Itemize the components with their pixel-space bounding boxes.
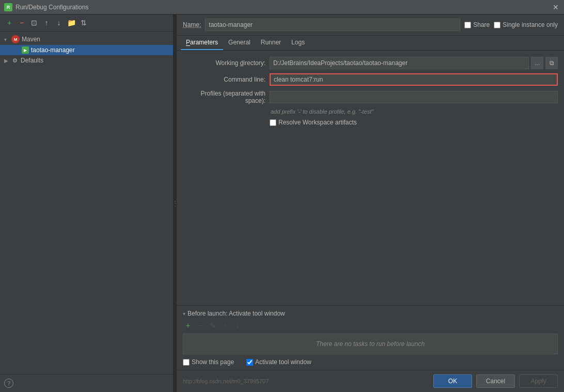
sidebar-bottom: ?: [0, 374, 173, 392]
dialog-title: Run/Debug Configurations: [15, 4, 552, 11]
before-launch-remove-button[interactable]: −: [195, 320, 206, 331]
resolve-workspace-row: Resolve Workspace artifacts: [183, 119, 558, 126]
before-launch-arrow-icon: ▾: [183, 311, 185, 317]
move-down-button[interactable]: ↓: [54, 18, 64, 28]
working-dir-expand-button[interactable]: ⧉: [545, 57, 558, 69]
working-dir-input[interactable]: [270, 57, 529, 69]
apply-button[interactable]: Apply: [519, 374, 558, 388]
sidebar: + − ⊡ ↑ ↓ 📁 ⇅ ▾ M Maven ▾ ▶ taotao-manag…: [0, 14, 174, 392]
name-label: Name:: [183, 21, 201, 28]
single-instance-label: Single instance only: [503, 21, 558, 28]
right-panel: Name: Share Single instance only Paramet…: [177, 14, 564, 392]
single-instance-checkbox[interactable]: [494, 22, 500, 28]
activate-tool-checkbox-label[interactable]: Activate tool window: [246, 358, 311, 366]
cancel-button[interactable]: Cancel: [476, 374, 515, 388]
help-button[interactable]: ?: [4, 379, 13, 388]
ok-button[interactable]: OK: [433, 374, 472, 388]
defaults-label: Defaults: [21, 57, 43, 64]
config-icon: ▶: [22, 46, 29, 54]
watermark-text: http://blog.csdn.net/m0_37995707: [183, 378, 429, 384]
activate-tool-checkbox[interactable]: [246, 359, 253, 366]
config-name-header: Name: Share Single instance only: [177, 14, 564, 36]
config-name-input[interactable]: [205, 19, 460, 31]
tab-runner-label: Runner: [261, 39, 281, 46]
footer: http://blog.csdn.net/m0_37995707 OK Canc…: [177, 370, 564, 392]
add-config-button[interactable]: +: [4, 18, 14, 28]
single-instance-container: Single instance only: [494, 21, 558, 28]
working-dir-label-text: Working directory:: [215, 59, 265, 67]
tab-logs-label: Logs: [291, 39, 305, 46]
share-checkbox-label[interactable]: Share: [464, 21, 490, 28]
sort-button[interactable]: ⇅: [79, 18, 89, 28]
profiles-hint-row: add prefix '-' to disable profile, e.g. …: [183, 108, 558, 115]
single-instance-checkbox-label[interactable]: Single instance only: [494, 21, 558, 28]
defaults-arrow-icon: ▶: [4, 58, 11, 64]
profiles-row: Profiles (separated with space):: [183, 90, 558, 104]
before-launch-options: Show this page Activate tool window: [183, 358, 558, 366]
tabs-container: Parameters General Runner Logs: [177, 36, 564, 51]
move-up-button[interactable]: ↑: [41, 18, 52, 28]
sidebar-toolbar: + − ⊡ ↑ ↓ 📁 ⇅: [0, 14, 173, 32]
resolve-workspace-checkbox-label[interactable]: Resolve Workspace artifacts: [270, 119, 357, 126]
command-line-input[interactable]: [270, 73, 558, 86]
config-tree[interactable]: ▾ M Maven ▾ ▶ taotao-manager ▶ ⚙ Default…: [0, 32, 173, 374]
before-launch-task-list: There are no tasks to run before launch: [183, 334, 558, 354]
before-launch-add-button[interactable]: +: [183, 320, 193, 331]
tab-general[interactable]: General: [223, 36, 256, 50]
working-dir-browse-button[interactable]: ...: [531, 57, 543, 69]
share-container: Share: [464, 21, 490, 28]
command-line-label: Command line:: [183, 76, 265, 83]
resolve-workspace-label: Resolve Workspace artifacts: [278, 119, 357, 126]
share-label: Share: [473, 21, 490, 28]
tree-defaults-item[interactable]: ▶ ⚙ Defaults: [0, 55, 173, 66]
tab-general-label: General: [228, 39, 250, 46]
before-launch-edit-button[interactable]: ✎: [208, 320, 218, 331]
maven-node-label: Maven: [22, 36, 40, 43]
tab-runner[interactable]: Runner: [256, 36, 286, 50]
before-launch-toolbar: + − ✎ ↑ ↓: [183, 320, 558, 331]
tree-taotao-manager-item[interactable]: ▾ ▶ taotao-manager: [0, 45, 173, 55]
before-launch-section: ▾ Before launch: Activate tool window + …: [177, 305, 564, 370]
tab-parameters-label: P: [186, 39, 190, 46]
profiles-label: Profiles (separated with space):: [183, 90, 265, 104]
show-page-label: Show this page: [192, 358, 234, 366]
profiles-input[interactable]: [270, 91, 558, 103]
working-dir-label: Working directory:: [183, 59, 265, 67]
taotao-manager-label: taotao-manager: [31, 46, 75, 54]
maven-arrow-icon: ▾: [4, 37, 11, 42]
profiles-input-container: [270, 91, 558, 103]
before-launch-header[interactable]: ▾ Before launch: Activate tool window: [183, 310, 558, 317]
before-launch-down-button[interactable]: ↓: [232, 320, 243, 331]
share-checkbox[interactable]: [464, 22, 471, 28]
close-button[interactable]: ✕: [552, 3, 560, 11]
profiles-label-text: Profiles (separated with space):: [201, 90, 265, 104]
maven-icon: M: [11, 35, 20, 43]
show-page-checkbox-label[interactable]: Show this page: [183, 358, 234, 366]
tab-parameters[interactable]: Parameters: [181, 36, 223, 50]
tab-logs[interactable]: Logs: [286, 36, 310, 50]
command-line-label-text: Command line:: [224, 76, 265, 83]
profiles-hint-text: add prefix '-' to disable profile, e.g. …: [270, 108, 558, 115]
remove-config-button[interactable]: −: [17, 18, 27, 28]
working-dir-row: Working directory: ... ⧉: [183, 57, 558, 69]
before-launch-up-button[interactable]: ↑: [220, 320, 230, 331]
main-container: + − ⊡ ↑ ↓ 📁 ⇅ ▾ M Maven ▾ ▶ taotao-manag…: [0, 14, 564, 392]
no-tasks-text: There are no tasks to run before launch: [316, 340, 425, 348]
tree-maven-node[interactable]: ▾ M Maven: [0, 34, 173, 45]
resolve-workspace-checkbox[interactable]: [270, 119, 276, 126]
folder-button[interactable]: 📁: [66, 18, 76, 28]
show-page-checkbox[interactable]: [183, 359, 190, 366]
before-launch-title: Before launch: Activate tool window: [187, 310, 285, 317]
command-line-input-container: [270, 73, 558, 86]
working-dir-input-container: ... ⧉: [270, 57, 558, 69]
activate-tool-label: Activate tool window: [255, 358, 311, 366]
copy-config-button[interactable]: ⊡: [29, 18, 39, 28]
app-icon: R: [4, 3, 12, 11]
parameters-content: Working directory: ... ⧉ Command line:: [177, 51, 564, 305]
defaults-icon: ⚙: [11, 57, 19, 64]
command-line-row: Command line:: [183, 73, 558, 86]
title-bar: R Run/Debug Configurations ✕: [0, 0, 564, 14]
